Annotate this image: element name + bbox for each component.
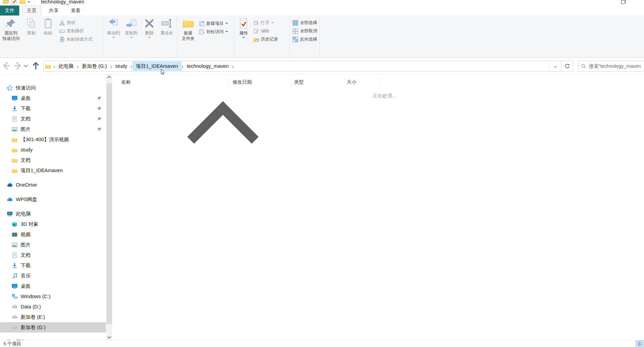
- breadcrumb-chevron-icon[interactable]: ›: [232, 63, 234, 70]
- sidebar-item-label: 【301-400】演示视频: [21, 136, 69, 143]
- paste-shortcut-button[interactable]: 粘贴快捷方式: [59, 36, 93, 42]
- back-button[interactable]: [1, 61, 11, 71]
- tab-file[interactable]: 文件: [0, 6, 19, 15]
- copy-to-button[interactable]: 复制到: [123, 18, 140, 38]
- sidebar-item-此电脑[interactable]: 此电脑: [0, 209, 106, 219]
- restore-window-button[interactable]: [619, 0, 628, 4]
- column-header-name[interactable]: 名称: [121, 79, 131, 85]
- pinned-icon: [97, 127, 102, 132]
- sidebar-item-快速访问[interactable]: 快速访问: [0, 83, 106, 93]
- sidebar-item-音乐[interactable]: 音乐: [0, 271, 106, 281]
- scissors-icon: [59, 20, 65, 26]
- folder-icon: [12, 147, 18, 153]
- up-button[interactable]: [31, 61, 41, 71]
- select-none-button[interactable]: 全部取消: [292, 28, 317, 34]
- dropdown-arrow-icon: [225, 31, 228, 32]
- new-folder-quick-icon[interactable]: [19, 0, 25, 4]
- breadcrumb-segment[interactable]: 项目1_IDEAmaven›: [133, 61, 184, 71]
- invert-selection-button[interactable]: 反向选择: [292, 36, 317, 42]
- explorer-icon[interactable]: [3, 0, 9, 4]
- sidebar-item-label: 文档: [21, 116, 31, 122]
- sidebar-item-Data-D-[interactable]: Data (D:): [0, 302, 106, 312]
- history-button[interactable]: 历史记录: [253, 36, 278, 42]
- sidebar-item-study[interactable]: study: [0, 145, 106, 155]
- desktop-icon: [12, 283, 18, 289]
- sidebar-item-3D-对象[interactable]: 3D 对象: [0, 219, 106, 229]
- sidebar-item-项目1_IDEAmaven[interactable]: 项目1_IDEAmaven: [0, 165, 106, 176]
- pin-to-quick-access-button[interactable]: 固定到 快速访问: [1, 18, 21, 42]
- breadcrumb-segment[interactable]: 新加卷 (G:)›: [79, 61, 112, 71]
- breadcrumb-segment[interactable]: study›: [112, 61, 133, 71]
- sidebar-item-下载[interactable]: 下载: [0, 260, 106, 271]
- rename-button[interactable]: 重命名: [158, 18, 176, 36]
- easy-access-button[interactable]: 轻松访问: [199, 29, 228, 35]
- address-box[interactable]: ›此电脑›新加卷 (G:)›study›项目1_IDEAmaven›techno…: [43, 61, 561, 72]
- tab-home[interactable]: 主页: [22, 6, 41, 15]
- qat-dropdown-icon[interactable]: [28, 1, 30, 3]
- sidebar-item-label: 项目1_IDEAmaven: [21, 167, 63, 174]
- scroll-down-icon[interactable]: [106, 334, 112, 340]
- pinned-icon: [97, 96, 102, 101]
- forward-button[interactable]: [13, 61, 23, 71]
- sidebar-item-label: 音乐: [21, 273, 31, 279]
- sidebar-item--301-400-演示视频[interactable]: 【301-400】演示视频: [0, 134, 106, 145]
- sidebar-item-文档[interactable]: 文档: [0, 250, 106, 260]
- new-item-button[interactable]: 新建项目: [199, 20, 228, 27]
- paste-shortcut-icon: [59, 36, 65, 42]
- tab-view[interactable]: 查看: [66, 6, 85, 15]
- paste-button[interactable]: 粘贴: [41, 18, 56, 36]
- breadcrumb-chevron-icon[interactable]: ›: [76, 63, 79, 70]
- sidebar-item-Windows-C-[interactable]: Windows (C:): [0, 291, 106, 302]
- properties-button[interactable]: 属性: [237, 18, 250, 38]
- select-all-button[interactable]: 全部选择: [292, 20, 317, 26]
- sidebar-item-新加卷-G-[interactable]: 新加卷 (G:): [0, 322, 106, 333]
- search-icon: [581, 64, 586, 69]
- breadcrumb-segment[interactable]: ›此电脑›: [53, 61, 79, 71]
- sidebar-item-桌面[interactable]: 桌面: [0, 281, 106, 291]
- address-dropdown-button[interactable]: [549, 61, 561, 71]
- open-button[interactable]: 打开: [253, 20, 278, 26]
- sidebar-item-OneDrive[interactable]: OneDrive: [0, 180, 106, 190]
- breadcrumb-chevron-icon[interactable]: ›: [130, 63, 133, 70]
- delete-button[interactable]: 删除: [142, 18, 157, 38]
- scroll-up-icon[interactable]: [106, 74, 112, 80]
- delete-x-icon: [143, 18, 155, 29]
- refresh-button[interactable]: [561, 61, 573, 72]
- address-folder-icon: [45, 63, 51, 69]
- column-header-size[interactable]: 大小: [347, 79, 356, 85]
- copy-path-button[interactable]: 复制路径: [59, 28, 93, 34]
- edit-button[interactable]: 编辑: [253, 28, 278, 34]
- tab-share[interactable]: 共享: [44, 6, 63, 15]
- sidebar-item-图片[interactable]: 图片: [0, 124, 106, 134]
- recent-locations-dropdown-icon[interactable]: [23, 61, 29, 71]
- dropdown-arrow-icon: [130, 37, 133, 38]
- sidebar-item-新加卷-E-[interactable]: 新加卷 (E:): [0, 312, 106, 322]
- sidebar-item-图片[interactable]: 图片: [0, 240, 106, 250]
- search-box[interactable]: [578, 61, 644, 72]
- column-header-type[interactable]: 类型: [294, 79, 304, 85]
- column-header-date-modified[interactable]: 修改日期: [233, 79, 252, 85]
- search-input[interactable]: [589, 63, 644, 69]
- breadcrumb-chevron-icon[interactable]: ›: [181, 63, 184, 70]
- details-view-toggle-button[interactable]: [636, 340, 644, 347]
- cut-button[interactable]: 剪切: [59, 20, 93, 26]
- copy-button[interactable]: 复制: [24, 18, 39, 36]
- sidebar-item-label: 视频: [21, 231, 31, 238]
- scrollbar-thumb[interactable]: [106, 83, 112, 324]
- sidebar-scrollbar[interactable]: [106, 74, 112, 340]
- properties-quick-icon[interactable]: [11, 0, 17, 4]
- new-folder-button[interactable]: 新建 文件夹: [180, 18, 197, 42]
- sidebar-item-label: 此电脑: [16, 211, 31, 217]
- sidebar-item-视频[interactable]: 视频: [0, 229, 106, 240]
- music-icon: [12, 273, 18, 279]
- sidebar-item-下载[interactable]: 下载: [0, 103, 106, 114]
- sidebar-item-WPS网盘[interactable]: WPS网盘: [0, 194, 106, 204]
- sidebar-item-文档[interactable]: 文档: [0, 155, 106, 165]
- sidebar-item-文档[interactable]: 文档: [0, 114, 106, 124]
- breadcrumb-chevron-icon[interactable]: ›: [110, 63, 112, 70]
- sidebar-item-桌面[interactable]: 桌面: [0, 93, 106, 103]
- breadcrumb-chevron-icon[interactable]: ›: [53, 63, 56, 70]
- details-view-icon: [638, 341, 643, 346]
- breadcrumb-segment[interactable]: technology_maven›: [184, 61, 234, 71]
- move-to-button[interactable]: 移动到: [105, 18, 122, 38]
